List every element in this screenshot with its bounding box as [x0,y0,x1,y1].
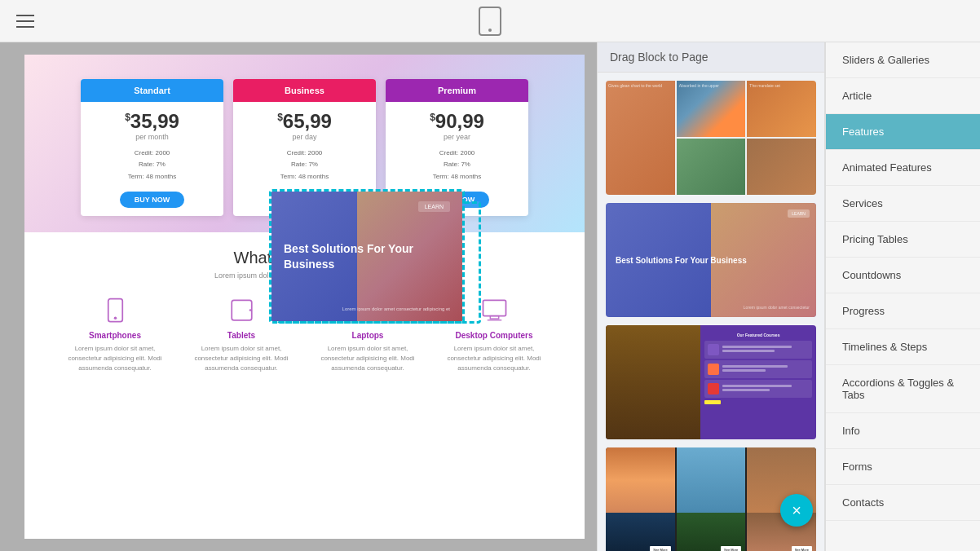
nav-item-pricing-tables[interactable]: Pricing Tables [826,222,980,258]
main-layout: Standart $35,99 per month Credit: 2000 R… [0,42,980,551]
period-premium: per year [392,133,522,141]
drag-preview-block[interactable]: Best Solutions For Your Business LEARN L… [269,189,465,324]
canvas-area: Standart $35,99 per month Credit: 2000 R… [0,42,597,551]
period-business: per day [240,133,369,141]
card-body-standard: $35,99 per month Credit: 2000 Rate: 7% T… [81,102,223,216]
svg-point-3 [249,309,251,311]
see-more-btn-1[interactable]: See More [650,546,670,551]
drag-preview-text: Best Solutions For Your Business [284,241,450,271]
course-item-1 [704,341,812,359]
smartphone-icon [101,296,130,324]
svg-point-1 [113,317,117,320]
block-thumb-courses[interactable]: Our Featured Courses [606,325,816,439]
photo-top-2 [677,447,746,513]
block-thumb-business[interactable]: Best Solutions For Your Business LEARN L… [606,203,816,317]
courses-header: Our Featured Courses [704,329,812,341]
thumb-courses-image [606,325,700,439]
drag-preview-badge: LEARN [418,201,450,212]
feature-desc-desktop: Lorem ipsum dolor sit amet, consectetur … [437,344,551,373]
block-thumb-gallery[interactable]: Gives glean chart to the world Absorbed … [606,81,816,195]
svg-rect-7 [490,316,499,320]
course-dot-2 [708,364,719,375]
top-bar [0,0,980,42]
feature-name-tablets: Tablets [184,331,298,340]
thumb-cell-green [677,139,746,195]
course-dot-3 [708,383,719,395]
nav-item-services[interactable]: Services [826,186,980,222]
thumb-cell-warm: Gives glean chart to the world [606,81,675,195]
pricing-card-standard: Standart $35,99 per month Credit: 2000 R… [81,79,223,216]
course-dot-1 [708,344,719,355]
details-premium: Credit: 2000 Rate: 7% Term: 48 months [392,148,522,183]
panel-scroll[interactable]: Gives glean chart to the world Absorbed … [598,73,824,551]
feature-name-smartphones: Smartphones [58,331,172,340]
hamburger-icon[interactable] [16,15,34,28]
thumb-biz-desc: Lorem ipsum dolor amet consectetur [744,305,810,311]
course-text-1 [722,346,809,354]
tablet-feature-icon [227,296,256,324]
thumb-cell-text-2: Absorbed in the upper [677,81,746,90]
photo-bottom-1: Showcase See More [606,513,675,551]
right-nav-panel: Sliders & Galleries Article Features Ani… [825,42,980,551]
photo-col-1: Showcase See More [606,447,675,551]
price-premium: $90,99 [392,110,522,133]
course-cta-btn [704,400,721,404]
middle-panel-header: Drag Block to Page [598,42,824,73]
nav-item-article[interactable]: Article [826,78,980,114]
nav-item-timelines[interactable]: Timelines & Steps [826,329,980,365]
feature-desc-laptops: Lorem ipsum dolor sit amet, consectetur … [311,344,425,373]
nav-item-contacts[interactable]: Contacts [826,485,980,521]
card-header-premium: Premium [386,79,528,102]
drag-preview-inner: Best Solutions For Your Business LEARN L… [271,192,462,321]
course-text-2 [722,365,809,373]
pricing-section: Standart $35,99 per month Credit: 2000 R… [24,55,585,232]
thumb-courses-content: Our Featured Courses [700,325,816,439]
nav-item-sliders[interactable]: Sliders & Galleries [826,42,980,78]
nav-item-info[interactable]: Info [826,413,980,449]
canvas-inner: Standart $35,99 per month Credit: 2000 R… [24,55,585,539]
thumb-biz-badge: LEARN [788,209,810,218]
nav-item-progress[interactable]: Progress [826,293,980,329]
see-more-btn-3[interactable]: See More [792,546,812,551]
feature-smartphones: Smartphones Lorem ipsum dolor sit amet, … [58,296,172,373]
card-header-business: Business [233,79,376,102]
price-business: $65,99 [240,110,369,133]
thumb-cell-sky: Absorbed in the upper [677,81,746,137]
thumb-cell-brown [747,139,816,195]
nav-item-animated-features[interactable]: Animated Features [826,150,980,186]
details-standard: Credit: 2000 Rate: 7% Term: 48 months [87,148,217,183]
drag-preview-sub: Lorem ipsum dolor amet consectetur adipi… [342,306,450,313]
thumb-cell-text-3: The mandate set [747,81,816,90]
desktop-icon [480,296,509,324]
feature-desc-tablets: Lorem ipsum dolor sit amet, consectetur … [184,344,298,373]
photo-top-1 [606,447,675,513]
photo-bottom-2: Coverage See More [677,513,746,551]
details-business: Credit: 2000 Rate: 7% Term: 48 months [240,148,369,183]
feature-desc-smartphones: Lorem ipsum dolor sit amet, consectetur … [58,344,172,373]
nav-item-countdowns[interactable]: Countdowns [826,258,980,293]
svg-rect-6 [483,300,505,315]
feature-name-desktop: Desktop Computers [437,331,551,340]
thumb-biz-text: Best Solutions For Your Business [616,255,806,266]
see-more-btn-2[interactable]: See More [721,546,741,551]
thumb-cell-sunset: The mandate set [747,81,816,137]
price-standard: $35,99 [87,110,217,133]
svg-rect-2 [232,300,252,320]
buy-button-standard[interactable]: BUY NOW [120,192,184,208]
course-item-2 [704,360,812,378]
feature-name-laptops: Laptops [311,331,425,340]
course-text-3 [722,385,809,393]
card-header-standard: Standart [81,79,223,102]
photo-col-2: Coverage See More [677,447,746,551]
nav-item-forms[interactable]: Forms [826,449,980,485]
middle-panel: Drag Block to Page Gives glean chart to … [597,42,825,551]
thumb-cell-text-1: Gives glean chart to the world [606,81,675,90]
tablet-icon[interactable] [479,7,501,36]
nav-item-accordions[interactable]: Accordions & Toggles & Tabs [826,365,980,413]
course-item-3 [704,380,812,398]
close-fab-button[interactable]: × [780,494,813,527]
nav-item-features[interactable]: Features [826,114,980,150]
period-standard: per month [87,133,217,141]
